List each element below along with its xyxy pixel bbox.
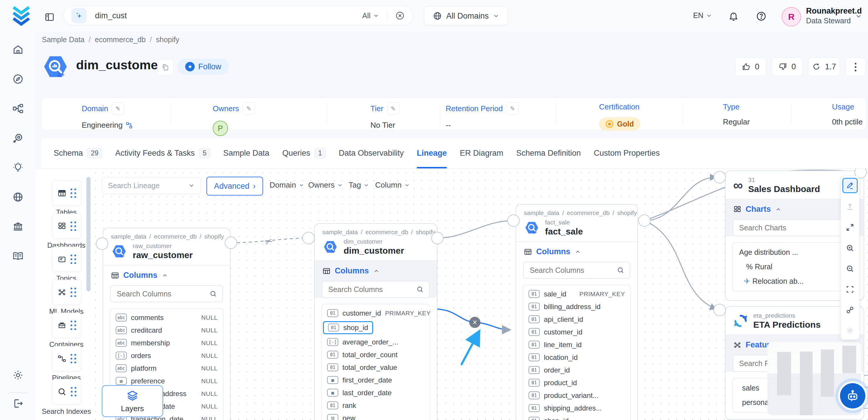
column-row[interactable]: 01sale_idPRIMARY_KEY [523,288,630,300]
copy-name-button[interactable] [157,59,174,76]
column-row[interactable]: 01rank [322,399,430,412]
all-domains-button[interactable]: All Domains [424,6,508,25]
columns-section-toggle[interactable]: Columns [516,242,638,261]
column-row[interactable]: abccommentsNULL [110,311,223,324]
filter-column-dropdown[interactable]: Column [375,181,410,190]
governance-bank-icon[interactable] [12,220,24,233]
node-connection-handle[interactable] [302,232,315,244]
column-row[interactable]: 01shipping_addres... [523,402,630,414]
column-row[interactable]: 01product_variant... [523,389,630,402]
breadcrumb-link[interactable]: shopify [156,35,179,44]
settings-gear-icon[interactable] [12,369,24,381]
follow-button[interactable]: ★ Follow [178,59,229,74]
tab-data-observability[interactable]: Data Observability [339,138,404,169]
explore-compass-icon[interactable] [12,73,24,85]
column-row[interactable]: ▦last_order_date [322,386,430,399]
advanced-filter-button[interactable]: Advanced› [207,177,263,196]
column-row[interactable]: [-]average_order_... [322,336,430,348]
node-connection-handle[interactable] [638,214,651,227]
user-avatar[interactable]: R [782,7,801,27]
tab-lineage[interactable]: Lineage [417,138,447,169]
search-input[interactable] [94,11,362,21]
edit-owners-button[interactable]: ✎ [243,102,255,115]
column-row[interactable]: 01customer_id [523,326,630,338]
node-connection-handle[interactable] [225,237,237,249]
downvote-button[interactable]: 0 [772,57,803,76]
chart-item[interactable]: Age distribution ... [733,245,857,260]
search-columns-field[interactable] [523,262,630,279]
column-row[interactable]: 01line_item_id [523,338,630,351]
upvote-button[interactable]: 0 [735,57,766,76]
tab-queries[interactable]: Queries1 [282,138,326,169]
search-charts-field[interactable] [733,219,857,236]
chart-item[interactable]: % Rural [733,260,857,274]
palette-dashboards[interactable] [52,214,82,239]
search-columns-field[interactable] [110,285,223,302]
home-icon[interactable] [12,44,24,55]
column-row[interactable]: 01shop_id [523,414,630,420]
column-row[interactable]: 01api_client_id [523,313,630,326]
search-lineage-select[interactable]: Search Lineage [102,177,201,194]
expand-all-button[interactable] [842,220,858,235]
tab-custom-properties[interactable]: Custom Properties [594,138,660,169]
filter-domain-dropdown[interactable]: Domain [270,181,304,190]
column-row[interactable]: 01product_id [523,376,630,389]
language-selector[interactable]: EN [693,11,712,20]
node-connection-handle[interactable] [713,304,726,316]
fit-view-button[interactable] [842,282,858,296]
node-connection-handle[interactable] [713,171,726,183]
domain-value[interactable]: Engineering [82,121,123,130]
global-search-bar[interactable]: All [63,6,413,25]
chart-item[interactable]: ✈Relocation ab... [733,274,857,289]
tab-sample-data[interactable]: Sample Data [223,138,269,169]
column-lineage-link-button[interactable] [842,303,858,317]
column-row[interactable]: 01total_order_count [322,348,430,361]
palette-containers[interactable] [52,313,82,338]
more-actions-button[interactable]: ⋮ [845,57,866,76]
export-lineage-button[interactable] [842,200,858,214]
column-row[interactable]: abcplatformNULL [110,362,223,374]
zoom-out-button[interactable] [842,262,858,276]
insights-bulb-icon[interactable] [12,162,24,173]
breadcrumb-link[interactable]: Sample Data [42,35,85,44]
help-icon[interactable] [756,11,767,22]
chatbot-button[interactable] [840,383,865,409]
column-row[interactable]: abccreditcardNULL [110,324,223,336]
edit-retention-button[interactable]: ✎ [506,102,519,115]
node-connection-handle[interactable] [507,214,520,227]
owner-avatar[interactable]: P [213,121,228,136]
node-connection-handle[interactable] [96,237,108,250]
openmetadata-logo-icon[interactable] [11,5,32,27]
domains-hierarchy-icon[interactable] [12,102,24,115]
clear-search-icon[interactable] [395,11,405,21]
filter-tag-dropdown[interactable]: Tag [349,181,369,190]
column-row[interactable]: 01location_id [523,351,630,364]
column-row[interactable]: ▦first_order_date [322,374,430,386]
palette-search-indexes[interactable] [52,379,82,404]
column-row[interactable]: 01order_id [523,364,630,376]
palette-topics[interactable] [52,247,82,272]
column-row[interactable]: 01total_order_value [322,361,430,374]
search-columns-field[interactable] [322,281,430,298]
columns-section-toggle[interactable]: Columns [103,266,230,284]
notifications-bell-icon[interactable] [728,11,739,22]
breadcrumb-link[interactable]: ecommerce_db [95,35,146,44]
columns-section-toggle[interactable]: Columns [315,261,437,280]
palette-tables[interactable] [52,181,82,206]
delete-edge-button[interactable]: ✕ [469,317,480,328]
domains-globe-icon[interactable] [12,191,24,203]
logout-icon[interactable] [12,398,24,409]
column-row[interactable]: [-]ordersNULL [110,349,223,362]
edit-domain-button[interactable]: ✎ [112,102,124,115]
tab-schema-definition[interactable]: Schema Definition [516,138,581,169]
palette-pipelines[interactable] [52,346,82,371]
edit-tier-button[interactable]: ✎ [387,102,399,115]
column-row[interactable]: ⧉new [322,412,430,420]
tab-schema[interactable]: Schema29 [54,138,102,169]
lineage-node-dim-customer[interactable]: sample_data/ecommerce_db/shopify dim_cus… [314,223,437,420]
column-row[interactable]: abcmembershipNULL [110,336,223,349]
node-connection-handle[interactable] [431,232,443,244]
sidebar-toggle-icon[interactable] [44,12,55,22]
filter-owners-dropdown[interactable]: Owners [308,181,343,190]
zoom-in-button[interactable] [842,241,858,255]
